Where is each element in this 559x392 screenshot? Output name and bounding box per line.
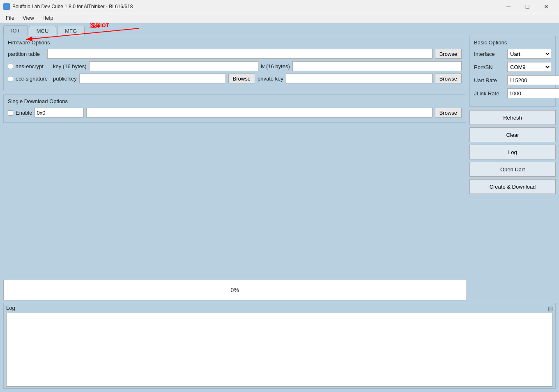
- progress-container: 0%: [3, 280, 466, 300]
- left-spacer: [3, 126, 466, 277]
- uart-rate-input[interactable]: [507, 75, 559, 85]
- open-uart-button[interactable]: Open Uart: [469, 162, 556, 177]
- port-sn-row: Port/SN COM9 COM1 COM2: [474, 62, 551, 72]
- progress-text: 0%: [230, 287, 239, 293]
- single-download-row: Enable Browse: [8, 108, 462, 118]
- single-download-address-input[interactable]: [35, 108, 84, 118]
- port-sn-select[interactable]: COM9 COM1 COM2: [507, 62, 551, 72]
- menu-file[interactable]: File: [2, 14, 18, 22]
- aes-encrypt-checkbox[interactable]: [8, 64, 13, 69]
- uart-rate-row: Uart Rate: [474, 75, 551, 85]
- partition-table-browse-button[interactable]: Browse: [435, 49, 462, 59]
- log-section: Log ⊟: [3, 303, 556, 389]
- aes-iv-input[interactable]: [292, 61, 462, 71]
- tab-mfg[interactable]: MFG: [57, 26, 85, 36]
- menu-view[interactable]: View: [18, 14, 38, 22]
- titlebar: Bouffalo Lab Dev Cube 1.8.0 for AiThinke…: [0, 0, 559, 13]
- log-expand-icon[interactable]: ⊟: [547, 305, 553, 313]
- right-panel: Basic Options Interface Uart JLink OpenO…: [469, 36, 556, 300]
- tabs-bar: IOT MCU MFG: [3, 25, 556, 36]
- single-download-browse-button[interactable]: Browse: [435, 108, 462, 118]
- key-label: key (16 bytes): [53, 63, 87, 69]
- clear-button[interactable]: Clear: [469, 127, 556, 142]
- single-download-section: Single Download Options Enable Browse: [3, 95, 466, 123]
- firmware-options-title: Firmware Options: [8, 39, 462, 46]
- ecc-signature-label: ecc-signature: [16, 76, 51, 82]
- private-key-browse-button[interactable]: Browse: [435, 74, 462, 83]
- log-area: [6, 313, 553, 387]
- tab-iot[interactable]: IOT: [3, 25, 28, 36]
- refresh-button[interactable]: Refresh: [469, 110, 556, 125]
- log-title: Log: [6, 305, 15, 311]
- jlink-rate-row: JLink Rate: [474, 88, 551, 98]
- window-controls: ─ □ ✕: [499, 0, 556, 13]
- partition-table-row: partition table Browse: [8, 49, 462, 59]
- single-download-title: Single Download Options: [8, 98, 462, 104]
- public-key-browse-button[interactable]: Browse: [228, 74, 255, 83]
- create-download-button[interactable]: Create & Download: [469, 179, 556, 194]
- aes-encrypt-row: aes-encrypt key (16 bytes) iv (16 bytes): [8, 61, 462, 71]
- uart-rate-label: Uart Rate: [474, 77, 505, 83]
- close-button[interactable]: ✕: [537, 0, 556, 13]
- private-key-input[interactable]: [286, 74, 432, 83]
- interface-label: Interface: [474, 51, 505, 57]
- main-content: IOT MCU MFG 选择IOT Firmware Options part: [0, 23, 559, 392]
- interface-row: Interface Uart JLink OpenOCD: [474, 49, 551, 59]
- minimize-button[interactable]: ─: [499, 0, 518, 13]
- public-key-input[interactable]: [79, 74, 226, 83]
- title-text: Bouffalo Lab Dev Cube 1.8.0 for AiThinke…: [12, 4, 499, 9]
- app-icon: [3, 3, 10, 10]
- interface-select[interactable]: Uart JLink OpenOCD: [507, 49, 551, 59]
- ecc-signature-checkbox[interactable]: [8, 76, 13, 81]
- single-download-file-input[interactable]: [86, 108, 432, 118]
- menu-help[interactable]: Help: [38, 14, 58, 22]
- aes-key-input[interactable]: [89, 61, 258, 71]
- log-button[interactable]: Log: [469, 145, 556, 159]
- jlink-rate-input[interactable]: [507, 88, 559, 98]
- public-key-label: public key: [53, 76, 77, 82]
- basic-options-title: Basic Options: [474, 39, 551, 46]
- menubar: File View Help: [0, 13, 559, 23]
- content-area: Firmware Options partition table Browse …: [3, 36, 556, 300]
- basic-options-section: Basic Options Interface Uart JLink OpenO…: [469, 36, 556, 107]
- private-key-label: private key: [258, 76, 283, 82]
- iv-label: iv (16 bytes): [261, 63, 290, 69]
- aes-encrypt-label: aes-encrypt: [16, 63, 51, 69]
- tabs-wrapper: IOT MCU MFG 选择IOT: [3, 25, 556, 36]
- ecc-signature-row: ecc-signature public key Browse private …: [8, 74, 462, 83]
- partition-table-input[interactable]: [47, 49, 432, 59]
- maximize-button[interactable]: □: [518, 0, 537, 13]
- left-panel: Firmware Options partition table Browse …: [3, 36, 466, 300]
- firmware-options-section: Firmware Options partition table Browse …: [3, 36, 466, 91]
- single-download-enable-checkbox[interactable]: [8, 110, 13, 115]
- single-download-enable-label: Enable: [16, 110, 32, 116]
- partition-table-label: partition table: [8, 51, 45, 57]
- tab-mcu[interactable]: MCU: [29, 26, 57, 36]
- jlink-rate-label: JLink Rate: [474, 90, 505, 97]
- port-sn-label: Port/SN: [474, 64, 505, 70]
